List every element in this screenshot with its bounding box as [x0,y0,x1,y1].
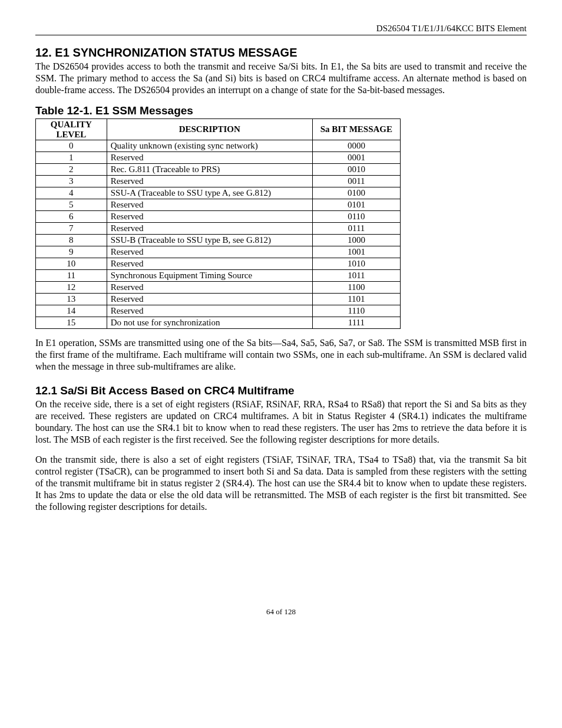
cell-sabit: 0111 [312,223,400,235]
table-12-1: QUALITY LEVEL DESCRIPTION Sa BIT MESSAGE… [35,118,401,329]
cell-sabit: 1000 [312,235,400,246]
section-12-1-para1: On the receive side, there is a set of e… [35,398,527,446]
table-row: 1Reserved0001 [36,152,401,164]
cell-sabit: 1001 [312,246,400,258]
col-header-description: DESCRIPTION [107,119,312,140]
cell-description: SSU-A (Traceable to SSU type A, see G.81… [107,187,312,199]
cell-description: Reserved [107,223,312,235]
cell-sabit: 0101 [312,199,400,211]
page-header: DS26504 T1/E1/J1/64KCC BITS Element [35,24,527,35]
table-row: 13Reserved1101 [36,294,401,305]
cell-description: Reserved [107,211,312,223]
table-row: 4SSU-A (Traceable to SSU type A, see G.8… [36,187,401,199]
section-12-heading: 12. E1 SYNCHRONIZATION STATUS MESSAGE [35,46,527,60]
table-row: 2Rec. G.811 (Traceable to PRS)0010 [36,164,401,176]
cell-description: Reserved [107,199,312,211]
page-footer: 64 of 128 [35,607,527,617]
cell-sabit: 1110 [312,305,400,317]
cell-description: SSU-B (Traceable to SSU type B, see G.81… [107,235,312,246]
cell-description: Synchronous Equipment Timing Source [107,270,312,282]
table-header-row: QUALITY LEVEL DESCRIPTION Sa BIT MESSAGE [36,119,401,140]
cell-quality: 9 [36,246,107,258]
cell-sabit: 1011 [312,270,400,282]
col-header-quality: QUALITY LEVEL [36,119,107,140]
cell-quality: 15 [36,317,107,329]
cell-quality: 3 [36,176,107,187]
table-row: 15Do not use for synchronization1111 [36,317,401,329]
cell-sabit: 0110 [312,211,400,223]
cell-description: Reserved [107,282,312,294]
table-row: 8SSU-B (Traceable to SSU type B, see G.8… [36,235,401,246]
cell-quality: 14 [36,305,107,317]
table-row: 9Reserved1001 [36,246,401,258]
cell-sabit: 0010 [312,164,400,176]
cell-quality: 6 [36,211,107,223]
section-12-post-table: In E1 operation, SSMs are transmitted us… [35,337,527,373]
cell-description: Rec. G.811 (Traceable to PRS) [107,164,312,176]
cell-quality: 8 [36,235,107,246]
table-row: 10Reserved1010 [36,258,401,270]
cell-quality: 1 [36,152,107,164]
table-row: 0Quality unknown (existing sync network)… [36,140,401,152]
cell-quality: 12 [36,282,107,294]
cell-sabit: 1100 [312,282,400,294]
cell-sabit: 1010 [312,258,400,270]
cell-quality: 13 [36,294,107,305]
cell-sabit: 0100 [312,187,400,199]
cell-quality: 2 [36,164,107,176]
table-row: 3Reserved0011 [36,176,401,187]
table-row: 5Reserved0101 [36,199,401,211]
cell-quality: 4 [36,187,107,199]
cell-quality: 5 [36,199,107,211]
cell-sabit: 1101 [312,294,400,305]
cell-description: Quality unknown (existing sync network) [107,140,312,152]
cell-sabit: 1111 [312,317,400,329]
table-row: 6Reserved0110 [36,211,401,223]
cell-description: Reserved [107,305,312,317]
cell-description: Reserved [107,176,312,187]
table-row: 14Reserved1110 [36,305,401,317]
table-row: 7Reserved0111 [36,223,401,235]
cell-sabit: 0000 [312,140,400,152]
cell-sabit: 0011 [312,176,400,187]
section-12-1-para2: On the transmit side, there is also a se… [35,454,527,513]
table-12-1-title: Table 12-1. E1 SSM Messages [35,104,527,117]
table-row: 11Synchronous Equipment Timing Source101… [36,270,401,282]
cell-quality: 0 [36,140,107,152]
cell-description: Reserved [107,246,312,258]
doc-title: DS26504 T1/E1/J1/64KCC BITS Element [376,24,527,33]
cell-description: Reserved [107,294,312,305]
cell-description: Reserved [107,152,312,164]
cell-description: Do not use for synchronization [107,317,312,329]
section-12-1-heading: 12.1 Sa/Si Bit Access Based on CRC4 Mult… [35,384,527,397]
page-number: 64 of 128 [266,607,296,616]
cell-quality: 7 [36,223,107,235]
col-header-sabit: Sa BIT MESSAGE [312,119,400,140]
table-row: 12Reserved1100 [36,282,401,294]
cell-quality: 10 [36,258,107,270]
section-12-intro: The DS26504 provides access to both the … [35,61,527,96]
cell-sabit: 0001 [312,152,400,164]
cell-description: Reserved [107,258,312,270]
cell-quality: 11 [36,270,107,282]
